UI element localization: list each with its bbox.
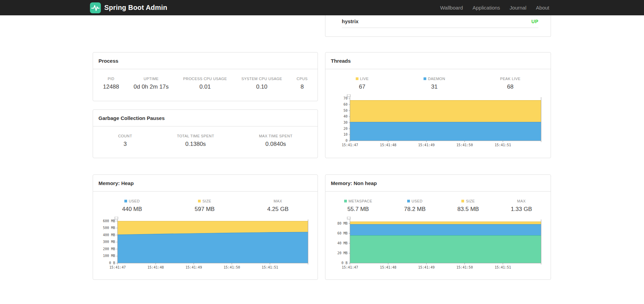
svg-text:0 B: 0 B xyxy=(109,261,115,265)
svg-text:60 MB: 60 MB xyxy=(337,231,348,235)
application-row[interactable]: hystrix UP xyxy=(342,15,538,28)
svg-text:20: 20 xyxy=(343,127,348,131)
svg-text:40: 40 xyxy=(343,115,348,118)
heap-stats: USED440 MBSIZE597 MBMAX4.25 GB xyxy=(93,192,318,217)
blue-legend-swatch-icon xyxy=(424,77,426,80)
svg-text:300 MB: 300 MB xyxy=(103,240,115,244)
svg-text:15:41:48: 15:41:48 xyxy=(380,143,396,147)
status-badge: UP xyxy=(532,19,538,24)
stat-peak-live: PEAK LIVE68 xyxy=(500,77,521,90)
svg-text:50: 50 xyxy=(343,109,348,112)
nav-link-wallboard[interactable]: Wallboard xyxy=(435,0,468,15)
yellow-legend-swatch-icon xyxy=(461,200,464,202)
svg-text:15:41:49: 15:41:49 xyxy=(418,143,434,147)
svg-text:600 MB: 600 MB xyxy=(103,219,115,223)
memory-heap-panel: Memory: Heap USED440 MBSIZE597 MBMAX4.25… xyxy=(93,174,318,280)
stat-uptime: UPTIME0d 0h 2m 17s xyxy=(134,77,169,90)
svg-text:15:41:48: 15:41:48 xyxy=(380,265,396,269)
application-name-link[interactable]: hystrix xyxy=(342,18,358,24)
stat-process-cpu-usage: PROCESS CPU USAGE0.01 xyxy=(183,77,227,90)
svg-text:30: 30 xyxy=(343,121,348,124)
threads-panel: Threads LIVE67DAEMON31PEAK LIVE68 010203… xyxy=(325,52,551,158)
panel-title: Memory: Heap xyxy=(93,175,318,192)
svg-text:20 MB: 20 MB xyxy=(337,251,348,255)
brand-title: Spring Boot Admin xyxy=(104,4,167,12)
svg-text:40 MB: 40 MB xyxy=(337,241,348,245)
svg-text:15:41:47: 15:41:47 xyxy=(342,143,358,147)
svg-text:100 MB: 100 MB xyxy=(103,254,115,258)
svg-text:15:41:47: 15:41:47 xyxy=(342,265,358,269)
stat-metaspace: METASPACE55.7 MB xyxy=(344,199,372,213)
nonheap-stats: METASPACE55.7 MBUSED78.2 MBSIZE83.5 MBMA… xyxy=(325,192,551,217)
green-legend-swatch-icon xyxy=(344,200,347,202)
svg-text:0 B: 0 B xyxy=(341,261,348,265)
panel-title: Process xyxy=(93,52,318,69)
svg-text:400 MB: 400 MB xyxy=(103,233,115,237)
svg-text:15:41:50: 15:41:50 xyxy=(457,265,473,269)
svg-text:500 MB: 500 MB xyxy=(103,226,115,230)
stat-daemon: DAEMON31 xyxy=(424,77,445,90)
stat-used: USED440 MB xyxy=(122,199,142,213)
stat-total-time-spent: TOTAL TIME SPENT0.1380s xyxy=(177,134,214,148)
process-panel: Process PID12488UPTIME0d 0h 2m 17sPROCES… xyxy=(93,52,318,101)
nav-link-journal[interactable]: Journal xyxy=(505,0,531,15)
svg-text:15:41:50: 15:41:50 xyxy=(457,143,473,147)
stat-live: LIVE67 xyxy=(356,77,369,90)
panel-title: Threads xyxy=(325,52,551,69)
threads-stats: LIVE67DAEMON31PEAK LIVE68 xyxy=(325,69,551,94)
stat-pid: PID12488 xyxy=(103,77,119,90)
nav-link-applications[interactable]: Applications xyxy=(468,0,505,15)
svg-text:60: 60 xyxy=(343,103,348,106)
svg-text:10: 10 xyxy=(343,133,348,136)
stat-max: MAX1.33 GB xyxy=(511,199,532,213)
svg-text:15:41:49: 15:41:49 xyxy=(418,265,434,269)
svg-text:0: 0 xyxy=(346,139,348,142)
stat-count: COUNT3 xyxy=(118,134,132,148)
svg-text:15:41:51: 15:41:51 xyxy=(262,265,278,269)
stat-size: SIZE597 MB xyxy=(195,199,215,213)
blue-legend-swatch-icon xyxy=(407,200,410,202)
nav-links: WallboardApplicationsJournalAbout xyxy=(435,0,554,15)
gc-stats: COUNT3TOTAL TIME SPENT0.1380sMAX TIME SP… xyxy=(93,126,318,152)
svg-text:15:41:50: 15:41:50 xyxy=(224,265,240,269)
blue-legend-swatch-icon xyxy=(124,200,127,202)
stat-max: MAX4.25 GB xyxy=(267,199,288,213)
process-stats: PID12488UPTIME0d 0h 2m 17sPROCESS CPU US… xyxy=(93,69,318,94)
svg-text:70: 70 xyxy=(343,96,348,100)
pulse-icon xyxy=(90,2,101,13)
stat-used: USED78.2 MB xyxy=(404,199,426,213)
heap-chart: 0 B100 MB200 MB300 MB400 MB500 MB600 MB1… xyxy=(93,217,318,271)
threads-chart: 01020304050607015:41:4715:41:4815:41:491… xyxy=(325,94,551,149)
gc-panel: Garbage Collection Pauses COUNT3TOTAL TI… xyxy=(93,109,318,158)
yellow-legend-swatch-icon xyxy=(198,200,201,202)
memory-nonheap-panel: Memory: Non heap METASPACE55.7 MBUSED78.… xyxy=(325,174,551,280)
nav-link-about[interactable]: About xyxy=(531,0,554,15)
navbar: Spring Boot Admin WallboardApplicationsJ… xyxy=(0,0,644,15)
svg-text:15:41:51: 15:41:51 xyxy=(495,143,511,147)
stat-size: SIZE83.5 MB xyxy=(457,199,479,213)
applications-status-panel: hystrix UP xyxy=(325,15,551,37)
svg-text:15:41:47: 15:41:47 xyxy=(109,265,126,269)
svg-text:15:41:48: 15:41:48 xyxy=(148,265,164,269)
svg-text:15:41:49: 15:41:49 xyxy=(186,265,202,269)
stat-cpus: CPUS8 xyxy=(297,77,308,90)
panel-title: Garbage Collection Pauses xyxy=(93,110,318,126)
panel-title: Memory: Non heap xyxy=(325,175,551,192)
nonheap-chart: 0 B20 MB40 MB60 MB80 MB15:41:4715:41:481… xyxy=(325,217,551,271)
stat-system-cpu-usage: SYSTEM CPU USAGE0.10 xyxy=(242,77,282,90)
svg-text:80 MB: 80 MB xyxy=(337,222,348,225)
svg-text:15:41:51: 15:41:51 xyxy=(495,265,511,269)
svg-text:200 MB: 200 MB xyxy=(103,247,115,251)
stat-max-time-spent: MAX TIME SPENT0.0840s xyxy=(259,134,292,148)
brand[interactable]: Spring Boot Admin xyxy=(90,2,167,13)
yellow-legend-swatch-icon xyxy=(356,77,358,80)
